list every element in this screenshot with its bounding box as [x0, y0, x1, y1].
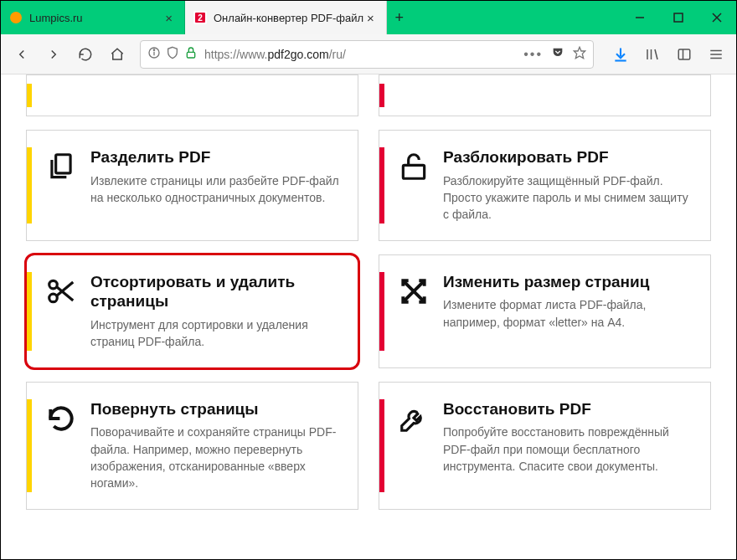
close-window-button[interactable]	[698, 1, 736, 34]
url-text: https://www.pdf2go.com/ru/	[204, 48, 517, 61]
window-controls	[621, 1, 736, 34]
star-icon[interactable]	[573, 46, 586, 63]
tab-title: Lumpics.ru	[29, 12, 162, 24]
copy-icon	[32, 147, 90, 223]
card-title: Отсортировать и удалить страницы	[90, 272, 341, 312]
svg-marker-12	[574, 47, 585, 58]
card-stub[interactable]	[379, 74, 711, 116]
card-resize-pages[interactable]: Изменить размер страниц Измените формат …	[379, 254, 711, 368]
tab-lumpics[interactable]: Lumpics.ru ×	[1, 1, 185, 34]
card-sort-delete-pages[interactable]: Отсортировать и удалить страницы Инструм…	[26, 254, 358, 368]
svg-rect-23	[56, 155, 70, 173]
svg-rect-5	[674, 13, 683, 22]
info-icon[interactable]	[147, 46, 161, 63]
new-tab-button[interactable]: +	[387, 1, 412, 34]
sidebar-button[interactable]	[671, 41, 698, 68]
card-rotate-pages[interactable]: Повернуть страницы Поворачивайте и сохра…	[26, 382, 358, 510]
card-unlock-pdf[interactable]: Разблокировать PDF Разблокируйте защищён…	[379, 130, 711, 241]
svg-point-0	[10, 12, 22, 23]
favicon-lumpics	[9, 11, 23, 24]
lock-icon[interactable]	[184, 46, 198, 63]
minimize-button[interactable]	[621, 1, 659, 34]
card-title: Разблокировать PDF	[443, 147, 693, 167]
library-button[interactable]	[639, 41, 666, 68]
svg-rect-11	[187, 52, 194, 58]
card-desc: Извлеките страницы или разбейте PDF-файл…	[90, 172, 341, 207]
card-desc: Измените формат листа PDF-файла, наприме…	[443, 296, 693, 331]
close-icon[interactable]: ×	[363, 11, 378, 25]
card-title: Изменить размер страниц	[443, 272, 693, 292]
downloads-button[interactable]	[607, 41, 634, 68]
svg-line-17	[655, 49, 657, 59]
pocket-icon[interactable]	[551, 46, 564, 63]
expand-icon	[384, 272, 443, 351]
rotate-icon	[32, 399, 90, 492]
back-button[interactable]	[8, 40, 36, 69]
unlock-icon	[384, 147, 443, 223]
svg-rect-24	[403, 165, 424, 178]
card-stub[interactable]	[26, 74, 358, 116]
wrench-icon	[384, 399, 443, 492]
tab-title: Онлайн-конвертер PDF-файл	[214, 12, 363, 24]
svg-point-10	[153, 49, 154, 50]
card-repair-pdf[interactable]: Восстановить PDF Попробуйте восстановить…	[379, 382, 711, 510]
card-title: Повернуть страницы	[90, 399, 341, 419]
card-desc: Инструмент для сортировки и удаления стр…	[90, 316, 341, 351]
card-title: Восстановить PDF	[443, 399, 693, 419]
svg-rect-18	[678, 49, 690, 59]
page-action-menu[interactable]: •••	[523, 47, 543, 62]
card-desc: Поворачивайте и сохраняйте страницы PDF-…	[90, 424, 341, 491]
card-desc: Попробуйте восстановить повреждённый PDF…	[443, 424, 693, 475]
card-split-pdf[interactable]: Разделить PDF Извлеките страницы или раз…	[26, 130, 358, 241]
card-desc: Разблокируйте защищённый PDF-файл. Прост…	[443, 172, 693, 223]
card-title: Разделить PDF	[90, 147, 341, 167]
favicon-pdf2go: 2	[193, 11, 207, 24]
scissors-icon	[32, 272, 90, 351]
url-bar[interactable]: https://www.pdf2go.com/ru/ •••	[140, 40, 594, 69]
svg-text:2: 2	[198, 13, 203, 23]
tab-pdf2go[interactable]: 2 Онлайн-конвертер PDF-файл ×	[185, 1, 387, 34]
toolbar: https://www.pdf2go.com/ru/ •••	[1, 34, 736, 74]
forward-button[interactable]	[39, 40, 68, 69]
page-content[interactable]: Разделить PDF Извлеките страницы или раз…	[1, 74, 736, 559]
shield-icon[interactable]	[166, 46, 179, 63]
menu-button[interactable]	[703, 41, 729, 68]
maximize-button[interactable]	[659, 1, 698, 34]
reload-button[interactable]	[71, 40, 100, 69]
close-icon[interactable]: ×	[162, 11, 176, 25]
home-button[interactable]	[103, 40, 131, 69]
titlebar: Lumpics.ru × 2 Онлайн-конвертер PDF-файл…	[1, 1, 736, 34]
